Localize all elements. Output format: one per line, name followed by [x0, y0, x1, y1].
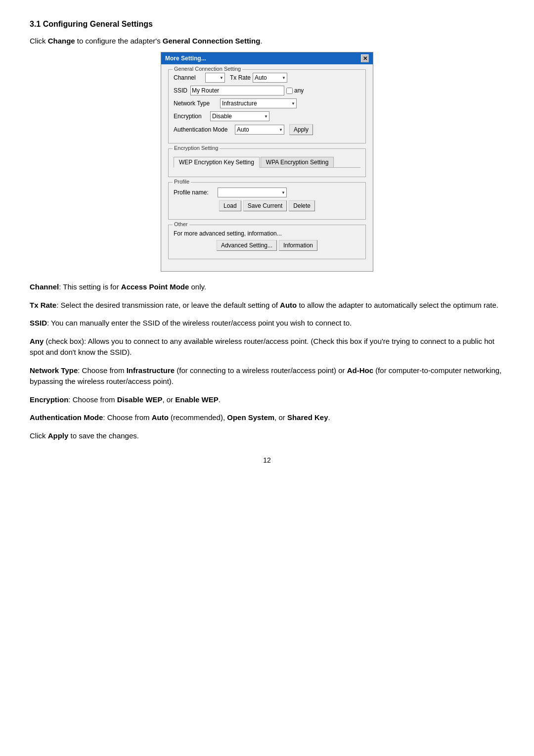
apply-desc-text: Click — [30, 431, 48, 440]
intro-bold1: Change — [48, 37, 75, 45]
channel-desc: Channel: This setting is for Access Poin… — [30, 282, 504, 293]
txrate-desc-bold: Tx Rate — [30, 301, 56, 309]
any-desc-bold: Any — [30, 337, 44, 345]
channel-desc-text: : This setting is for — [59, 283, 121, 291]
other-section-label: Other — [173, 221, 189, 227]
network-type-desc-bold3: Ad-Hoc — [347, 366, 373, 375]
encryption-desc-text2: , or — [162, 395, 175, 404]
load-button[interactable]: Load — [219, 200, 241, 211]
channel-select-wrapper — [205, 73, 225, 83]
general-section-label: General Connection Setting — [173, 66, 242, 72]
encryption-tabs: WEP Encryption Key Setting WPA Encryptio… — [174, 157, 360, 168]
wep-tab[interactable]: WEP Encryption Key Setting — [174, 157, 260, 168]
txrate-desc: Tx Rate: Select the desired transmission… — [30, 300, 504, 311]
encryption-desc: Encryption: Choose from Disable WEP, or … — [30, 394, 504, 406]
auth-mode-desc: Authentication Mode: Choose from Auto (r… — [30, 412, 504, 424]
txrate-label: Tx Rate — [230, 74, 251, 81]
ssid-input[interactable] — [190, 86, 284, 95]
auth-mode-desc-bold4: Shared Key — [287, 413, 328, 422]
auth-mode-desc-bold: Authentication Mode — [30, 413, 103, 422]
any-label-text: any — [294, 87, 304, 94]
txrate-select[interactable]: Auto — [253, 73, 287, 83]
encryption-label: Encryption — [174, 113, 208, 120]
dialog-title: More Setting... — [165, 55, 206, 62]
auth-mode-label: Authentication Mode — [174, 126, 233, 133]
ssid-label: SSID — [174, 87, 188, 94]
auth-mode-desc-text: : Choose from — [103, 413, 151, 422]
encryption-desc-bold: Encryption — [30, 395, 68, 404]
encryption-desc-bold2: Disable WEP — [117, 395, 163, 404]
auth-mode-select[interactable]: Auto Open System Shared Key — [235, 125, 284, 135]
page-number: 12 — [30, 456, 504, 464]
apply-button[interactable]: Apply — [289, 124, 313, 135]
delete-button[interactable]: Delete — [289, 200, 315, 211]
network-type-desc-bold2: Infrastructure — [127, 366, 175, 375]
txrate-select-wrapper: Auto — [253, 73, 287, 83]
intro-bold2: General Connection Setting — [163, 37, 261, 45]
apply-desc-text2: to save the changes. — [68, 431, 139, 440]
network-type-desc-text: : Choose from — [78, 366, 126, 375]
auth-mode-desc-text2: (recommended), — [169, 413, 227, 422]
general-connection-section: General Connection Setting Channel Tx Ra… — [168, 69, 366, 143]
other-description: For more advanced setting, information..… — [174, 230, 360, 237]
channel-desc-bold: Channel — [30, 283, 59, 291]
profile-name-select[interactable] — [218, 188, 287, 197]
any-checkbox-label: any — [286, 87, 304, 94]
apply-desc: Click Apply to save the changes. — [30, 430, 504, 442]
txrate-desc-bold2: Auto — [280, 301, 297, 309]
information-button[interactable]: Information — [279, 240, 317, 251]
wpa-tab[interactable]: WPA Encryption Setting — [261, 157, 334, 167]
dialog-close-button[interactable]: ✕ — [361, 54, 369, 62]
encryption-section-label: Encryption Setting — [173, 145, 220, 151]
dialog-body: General Connection Setting Channel Tx Ra… — [161, 64, 373, 271]
intro-text-before: Click — [30, 37, 48, 45]
save-current-button[interactable]: Save Current — [243, 200, 287, 211]
auth-mode-row: Authentication Mode Auto Open System Sha… — [174, 124, 360, 135]
ssid-desc-text: : You can manually enter the SSID of the… — [47, 319, 352, 327]
profile-name-row: Profile name: — [174, 188, 360, 197]
auth-mode-select-wrapper: Auto Open System Shared Key — [235, 125, 284, 135]
profile-name-label: Profile name: — [174, 189, 216, 196]
other-buttons-row: Advanced Setting... Information — [174, 240, 360, 251]
ssid-desc-bold: SSID — [30, 319, 47, 327]
encryption-select-wrapper: Disable Enable WEP — [210, 111, 269, 121]
advanced-setting-button[interactable]: Advanced Setting... — [217, 240, 277, 251]
encryption-select[interactable]: Disable Enable WEP — [210, 111, 269, 121]
dialog-titlebar: More Setting... ✕ — [161, 52, 373, 64]
network-type-desc-bold: Network Type — [30, 366, 78, 375]
encryption-desc-bold3: Enable WEP — [175, 395, 219, 404]
encryption-desc-text3: . — [219, 395, 221, 404]
apply-desc-bold: Apply — [48, 431, 69, 440]
other-section: Other For more advanced setting, informa… — [168, 225, 366, 259]
profile-name-select-wrapper — [218, 188, 287, 197]
network-type-label: Network Type — [174, 100, 218, 107]
txrate-desc-text: : Select the desired transmission rate, … — [56, 301, 280, 309]
encryption-setting-section: Encryption Setting WEP Encryption Key Se… — [168, 148, 366, 177]
auth-mode-desc-bold3: Open System — [227, 413, 274, 422]
network-type-desc-text2: (for connecting to a wireless router/acc… — [175, 366, 347, 375]
profile-section-label: Profile — [173, 179, 191, 185]
network-type-select[interactable]: Infrastructure Ad-Hoc — [220, 98, 297, 108]
channel-label: Channel — [174, 74, 203, 81]
descriptions-section: Channel: This setting is for Access Poin… — [30, 282, 504, 441]
intro-text-middle: to configure the adapter's — [75, 37, 163, 45]
profile-section: Profile Profile name: Load Save Current … — [168, 182, 366, 220]
ssid-row: SSID any — [174, 86, 360, 95]
auth-mode-desc-text3: , or — [274, 413, 287, 422]
network-type-desc: Network Type: Choose from Infrastructure… — [30, 365, 504, 387]
encryption-row: Encryption Disable Enable WEP — [174, 111, 360, 121]
channel-desc-bold2: Access Point Mode — [121, 283, 189, 291]
channel-desc-text2: only. — [189, 283, 206, 291]
intro-text-end: . — [260, 37, 262, 45]
more-setting-dialog: More Setting... ✕ General Connection Set… — [161, 52, 373, 272]
auth-mode-desc-bold2: Auto — [152, 413, 169, 422]
ssid-desc: SSID: You can manually enter the SSID of… — [30, 318, 504, 329]
auth-mode-desc-text4: . — [328, 413, 330, 422]
any-desc-text: (check box): Allows you to connect to an… — [30, 337, 494, 357]
any-desc: Any (check box): Allows you to connect t… — [30, 336, 504, 358]
network-type-select-wrapper: Infrastructure Ad-Hoc — [220, 98, 297, 108]
encryption-desc-text: : Choose from — [68, 395, 117, 404]
channel-row: Channel Tx Rate Auto — [174, 73, 360, 83]
channel-select[interactable] — [205, 73, 225, 83]
any-checkbox[interactable] — [286, 88, 293, 94]
